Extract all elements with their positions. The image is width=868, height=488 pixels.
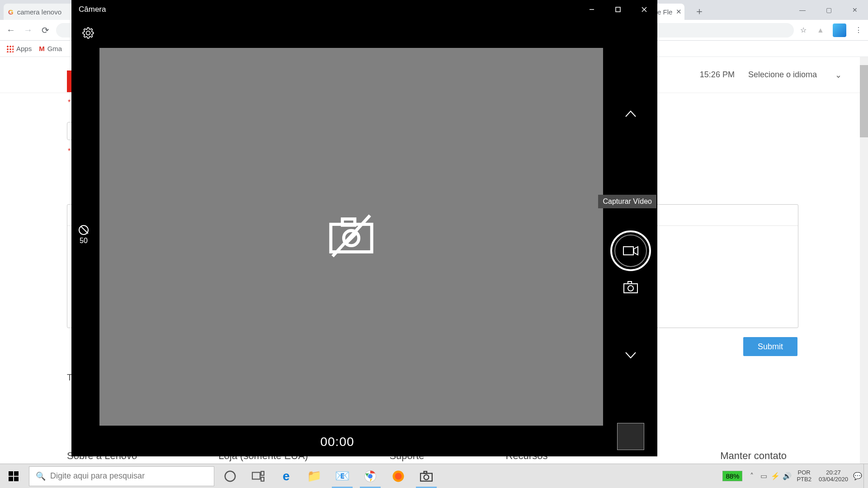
task-view-button[interactable] xyxy=(244,464,272,488)
svg-point-21 xyxy=(395,473,402,479)
taskbar-search[interactable]: 🔍 Digite aqui para pesquisar xyxy=(29,466,214,486)
camera-title: Câmera xyxy=(79,5,106,14)
back-button[interactable]: ← xyxy=(5,25,17,35)
page-scrollbar[interactable] xyxy=(860,57,868,470)
no-zoom-icon xyxy=(79,225,89,235)
new-tab-button[interactable]: ＋ xyxy=(693,5,706,18)
taskbar-firefox[interactable] xyxy=(384,464,412,488)
taskbar-camera[interactable] xyxy=(412,464,440,488)
apps-grid-icon xyxy=(6,45,14,52)
mode-prev-button[interactable] xyxy=(625,109,637,120)
browser-window-controls: — ▢ ✕ xyxy=(789,0,868,20)
taskbar-edge[interactable]: e xyxy=(272,464,300,488)
zoom-value: 50 xyxy=(80,237,88,244)
gallery-thumbnail[interactable] xyxy=(617,423,644,450)
browser-minimize-button[interactable]: — xyxy=(789,0,816,20)
chevron-up-icon xyxy=(625,110,637,117)
mode-next-button[interactable] xyxy=(625,351,637,361)
bookmark-apps[interactable]: Apps xyxy=(6,45,32,52)
battery-percentage[interactable]: 88% xyxy=(722,471,742,481)
mail-icon: 📧 xyxy=(335,469,349,483)
google-favicon-icon: G xyxy=(8,8,14,16)
minimize-icon xyxy=(589,7,594,12)
camera-preview xyxy=(99,48,603,426)
start-button[interactable] xyxy=(0,464,27,488)
gear-icon xyxy=(82,27,94,39)
windows-logo-icon xyxy=(9,471,19,481)
camera-titlebar[interactable]: Câmera xyxy=(71,0,657,19)
header-time: 15:26 PM xyxy=(700,70,735,80)
svg-rect-16 xyxy=(261,471,264,475)
required-asterisk: * xyxy=(68,99,71,107)
language-label: Selecione o idioma xyxy=(748,70,817,80)
bookmark-label: Gma xyxy=(47,45,62,52)
camera-minimize-button[interactable] xyxy=(579,0,605,19)
camera-close-button[interactable] xyxy=(631,0,657,19)
search-icon: 🔍 xyxy=(36,471,46,481)
svg-marker-10 xyxy=(634,247,638,255)
search-placeholder: Digite aqui para pesquisar xyxy=(50,471,145,481)
show-desktop-button[interactable] xyxy=(863,464,868,488)
forward-button[interactable]: → xyxy=(22,25,34,35)
required-asterisk: * xyxy=(68,147,71,155)
browser-tab-2[interactable]: e Fle ✕ xyxy=(655,4,684,20)
svg-line-8 xyxy=(333,216,370,256)
profile-avatar[interactable] xyxy=(833,23,846,37)
bookmark-star-icon[interactable]: ☆ xyxy=(798,25,808,35)
chrome-icon xyxy=(363,469,377,483)
browser-close-button[interactable]: ✕ xyxy=(842,0,868,20)
camera-icon xyxy=(623,281,638,294)
drive-extension-icon[interactable]: ▲ xyxy=(816,25,826,35)
clock-date: 03/04/2020 xyxy=(819,476,848,483)
camera-settings-button[interactable] xyxy=(80,24,97,42)
tray-chevron-icon[interactable]: ˄ xyxy=(746,472,758,480)
taskbar-explorer[interactable]: 📁 xyxy=(300,464,328,488)
browser-maximize-button[interactable]: ▢ xyxy=(816,0,842,20)
tray-language[interactable]: POR PTB2 xyxy=(793,469,815,483)
firefox-icon xyxy=(392,469,405,483)
tab-title: e Fle xyxy=(657,8,672,16)
submit-button[interactable]: Submit xyxy=(743,337,797,356)
camera-icon xyxy=(420,469,433,483)
close-icon xyxy=(641,6,647,13)
battery-icon[interactable]: ▭ xyxy=(758,472,769,480)
volume-icon[interactable]: 🔊 xyxy=(781,472,793,480)
svg-point-14 xyxy=(225,471,236,481)
camera-app-window: Câmera 50 xyxy=(71,0,657,456)
zoom-indicator[interactable]: 50 xyxy=(79,225,89,245)
svg-rect-5 xyxy=(342,219,355,225)
windows-taskbar: 🔍 Digite aqui para pesquisar e 📁 📧 88% ˄… xyxy=(0,464,868,488)
action-center-icon[interactable]: 💬 xyxy=(852,472,863,480)
svg-point-24 xyxy=(424,474,429,479)
capture-video-button[interactable] xyxy=(610,230,651,271)
chrome-menu-icon[interactable]: ⋮ xyxy=(854,25,863,35)
chevron-down-icon: ⌄ xyxy=(835,70,842,80)
chevron-down-icon xyxy=(625,352,637,359)
no-camera-icon xyxy=(325,214,378,259)
capture-tooltip: Capturar Vídeo xyxy=(598,195,656,208)
taskbar-mail[interactable]: 📧 xyxy=(328,464,356,488)
language-selector[interactable]: Selecione o idioma ⌄ xyxy=(748,70,842,80)
recording-timer: 00:00 xyxy=(71,435,603,449)
svg-point-13 xyxy=(628,286,633,291)
photo-mode-button[interactable] xyxy=(623,281,638,294)
tab-title: camera lenovo xyxy=(17,8,61,16)
reload-button[interactable]: ⟳ xyxy=(39,25,52,36)
taskbar-chrome[interactable] xyxy=(356,464,384,488)
lang-line2: PTB2 xyxy=(797,476,811,483)
cortana-button[interactable] xyxy=(216,464,244,488)
tray-clock[interactable]: 20:27 03/04/2020 xyxy=(815,469,852,483)
svg-point-19 xyxy=(368,474,373,479)
maximize-icon xyxy=(615,7,621,12)
lang-line1: POR xyxy=(797,469,811,476)
wifi-icon[interactable]: ⚡ xyxy=(769,472,781,480)
camera-maximize-button[interactable] xyxy=(605,0,631,19)
camera-window-controls xyxy=(579,0,657,19)
folder-icon: 📁 xyxy=(307,469,321,483)
tab-close-icon[interactable]: ✕ xyxy=(676,8,682,16)
clock-time: 20:27 xyxy=(819,469,848,476)
bookmark-gmail[interactable]: M Gma xyxy=(39,45,62,52)
video-icon xyxy=(623,245,638,256)
edge-icon: e xyxy=(283,469,290,483)
svg-rect-9 xyxy=(623,247,633,255)
